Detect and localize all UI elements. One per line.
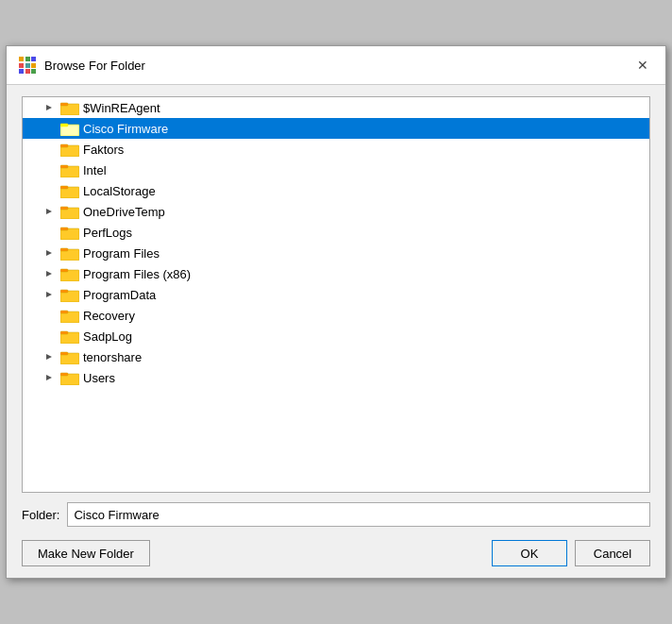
svg-rect-15 xyxy=(60,144,68,147)
svg-rect-6 xyxy=(19,69,24,74)
browse-for-folder-dialog: Browse For Folder ✕ $WinREAgent Cisco Fi… xyxy=(6,45,666,579)
folder-icon-tenorshare xyxy=(60,349,79,364)
tree-item-label-intel: Intel xyxy=(83,163,646,177)
tree-item-label-winreagent: $WinREAgent xyxy=(83,101,646,115)
tree-item-label-perflogs: PerfLogs xyxy=(83,226,646,240)
cancel-button[interactable]: Cancel xyxy=(575,540,650,566)
tree-item-label-users: Users xyxy=(83,371,646,385)
svg-rect-0 xyxy=(19,57,24,61)
folder-icon-intel xyxy=(60,162,79,177)
svg-rect-33 xyxy=(60,290,68,293)
svg-rect-40 xyxy=(60,352,68,355)
close-button[interactable]: ✕ xyxy=(631,54,654,76)
svg-rect-30 xyxy=(60,269,68,272)
svg-rect-13 xyxy=(60,124,68,126)
svg-marker-20 xyxy=(46,209,52,214)
svg-rect-17 xyxy=(60,165,68,168)
svg-rect-19 xyxy=(60,186,68,189)
folder-icon-programdata xyxy=(60,287,79,302)
tree-item-label-recovery: Recovery xyxy=(83,309,646,323)
expand-arrow-winreagent[interactable] xyxy=(42,100,57,115)
folder-icon-cisco-firmware xyxy=(60,121,79,136)
svg-rect-3 xyxy=(19,63,24,68)
tree-item-label-faktors: Faktors xyxy=(83,143,646,157)
folder-icon-sadplog xyxy=(60,329,79,344)
folder-field-row: Folder: xyxy=(22,502,650,527)
expand-arrow-program-files-x86[interactable] xyxy=(42,266,57,281)
ok-button[interactable]: OK xyxy=(492,540,567,566)
svg-rect-2 xyxy=(31,57,36,61)
tree-item-faktors[interactable]: Faktors xyxy=(23,139,649,160)
folder-tree[interactable]: $WinREAgent Cisco Firmware Faktors Intel… xyxy=(22,96,650,493)
svg-marker-31 xyxy=(46,292,52,297)
tree-item-label-programdata: ProgramData xyxy=(83,288,646,302)
dialog-body: $WinREAgent Cisco Firmware Faktors Intel… xyxy=(7,85,665,578)
tree-item-winreagent[interactable]: $WinREAgent xyxy=(23,97,649,118)
folder-icon-program-files-x86 xyxy=(60,266,79,281)
folder-input[interactable] xyxy=(67,502,650,527)
tree-item-perflogs[interactable]: PerfLogs xyxy=(23,222,649,243)
tree-item-program-files-x86[interactable]: Program Files (x86) xyxy=(23,263,649,284)
expand-arrow-users[interactable] xyxy=(42,370,57,385)
tree-item-onedriveTemp[interactable]: OneDriveTemp xyxy=(23,201,649,222)
tree-item-localstorage[interactable]: LocalStorage xyxy=(23,180,649,201)
tree-item-sadplog[interactable]: SadpLog xyxy=(23,326,649,346)
svg-rect-43 xyxy=(60,373,68,376)
tree-item-label-tenorshare: tenorshare xyxy=(83,350,646,364)
title-bar: Browse For Folder ✕ xyxy=(7,46,665,85)
folder-icon-faktors xyxy=(60,142,79,157)
folder-label: Folder: xyxy=(22,508,59,522)
expand-arrow-program-files[interactable] xyxy=(42,245,57,261)
tree-item-programdata[interactable]: ProgramData xyxy=(23,284,649,305)
svg-rect-24 xyxy=(60,228,68,230)
svg-rect-7 xyxy=(25,69,30,74)
btn-left: Make New Folder xyxy=(22,540,150,566)
button-row: Make New Folder OK Cancel xyxy=(22,540,650,566)
svg-rect-27 xyxy=(60,248,68,251)
tree-item-users[interactable]: Users xyxy=(23,367,649,388)
svg-rect-37 xyxy=(60,331,68,334)
svg-rect-35 xyxy=(60,311,68,313)
tree-item-label-sadplog: SadpLog xyxy=(83,329,646,344)
folder-icon-winreagent xyxy=(60,100,79,115)
svg-marker-9 xyxy=(46,105,52,110)
tree-item-label-program-files-x86: Program Files (x86) xyxy=(83,267,646,281)
svg-marker-25 xyxy=(46,250,52,256)
folder-icon-users xyxy=(60,370,79,385)
folder-icon-localstorage xyxy=(60,183,79,198)
folder-icon-program-files xyxy=(60,245,79,261)
tree-item-label-cisco-firmware: Cisco Firmware xyxy=(83,122,646,136)
folder-icon-perflogs xyxy=(60,225,79,240)
tree-item-cisco-firmware[interactable]: Cisco Firmware xyxy=(23,118,649,139)
expand-arrow-programdata[interactable] xyxy=(42,287,57,302)
title-bar-left: Browse For Folder xyxy=(18,56,145,75)
svg-rect-5 xyxy=(31,63,36,68)
expand-arrow-tenorshare[interactable] xyxy=(42,349,57,364)
make-new-folder-button[interactable]: Make New Folder xyxy=(22,540,150,566)
tree-item-intel[interactable]: Intel xyxy=(23,160,649,180)
expand-arrow-onedriveTemp[interactable] xyxy=(42,204,57,219)
svg-rect-1 xyxy=(25,57,30,61)
tree-item-recovery[interactable]: Recovery xyxy=(23,305,649,326)
tree-item-label-program-files: Program Files xyxy=(83,246,646,261)
svg-marker-28 xyxy=(46,271,52,277)
tree-item-label-onedriveTemp: OneDriveTemp xyxy=(83,205,646,219)
tree-item-tenorshare[interactable]: tenorshare xyxy=(23,346,649,367)
svg-marker-41 xyxy=(46,375,52,380)
tree-item-program-files[interactable]: Program Files xyxy=(23,243,649,263)
dialog-icon xyxy=(18,56,37,75)
svg-rect-22 xyxy=(60,207,68,210)
svg-rect-8 xyxy=(31,69,36,74)
svg-marker-38 xyxy=(46,354,52,360)
svg-rect-11 xyxy=(60,103,68,106)
dialog-title: Browse For Folder xyxy=(44,59,145,73)
btn-right: OK Cancel xyxy=(492,540,650,566)
tree-item-label-localstorage: LocalStorage xyxy=(83,184,646,198)
folder-icon-onedriveTemp xyxy=(60,204,79,219)
folder-icon-recovery xyxy=(60,308,79,323)
svg-rect-4 xyxy=(25,63,30,68)
